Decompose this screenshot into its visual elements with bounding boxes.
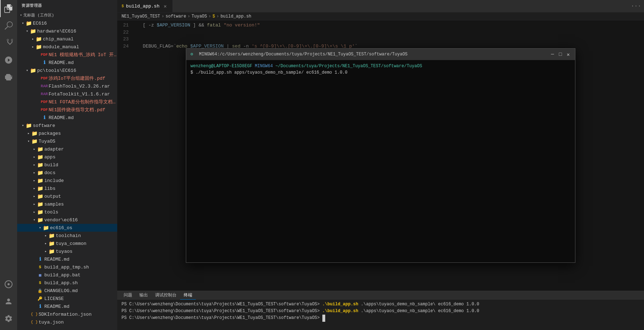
- breadcrumb-item-5: build_app.sh: [221, 14, 251, 19]
- tree-arrow: ▸: [31, 193, 37, 199]
- files-icon[interactable]: [0, 0, 17, 17]
- folder-icon: 📁: [49, 233, 54, 238]
- tree-item-tuyaos-inner[interactable]: ▸ 📁 tuyaos: [17, 247, 117, 255]
- tree-item-flashtools[interactable]: ▸ RAR FlashTools_V2.3.26.rar: [17, 82, 117, 90]
- ps-path-3: PS C:\Users\wenzheng\Documents\tuya\Proj…: [122, 315, 322, 320]
- remote-icon[interactable]: [0, 276, 17, 293]
- tab-close-button[interactable]: ✕: [162, 3, 168, 9]
- bottom-tab-output[interactable]: 输出: [136, 291, 152, 300]
- folder-icon: 📁: [49, 241, 54, 246]
- tree-item-ne1-fota[interactable]: ▸ PDF NE1 FOTA差分包制作指导文档.pdf: [17, 98, 117, 106]
- svg-point-1: [8, 283, 10, 285]
- tree-item-ec616[interactable]: ▾ 📁 EC616: [17, 19, 117, 27]
- tree-item-readme-pc[interactable]: ▸ ℹ README.md: [17, 114, 117, 122]
- folder-open-icon: 📁: [26, 20, 31, 26]
- tree-item-license[interactable]: ▸ 🔑 LICENSE: [17, 295, 117, 302]
- account-icon[interactable]: [0, 293, 17, 310]
- tree-item-software[interactable]: ▾ 📁 software: [17, 122, 117, 129]
- terminal-body[interactable]: wenzheng@LAPTOP-E15D8EGF MINGW64 ~/Docum…: [186, 60, 575, 262]
- tree-item-include[interactable]: ▸ 📁 include: [17, 177, 117, 184]
- bottom-tab-terminal[interactable]: 终端: [180, 291, 196, 300]
- terminal-title: MINGW64:/c/Users/wenzheng/Documents/tuya…: [199, 52, 550, 57]
- tree-item-hardware[interactable]: ▾ 📁 hardware\EC616: [17, 27, 117, 35]
- bat-icon: ▦: [37, 272, 43, 278]
- terminal-user: wenzheng@LAPTOP-E15D8EGF: [190, 64, 252, 69]
- source-control-icon[interactable]: [0, 34, 17, 51]
- tree-item-tuya-common[interactable]: ▸ 📁 tuya_common: [17, 240, 117, 247]
- tree-item-changelog[interactable]: ▸ 🔒 CHANGELOG.md: [17, 287, 117, 295]
- tree-item-output[interactable]: ▸ 📁 output: [17, 192, 117, 200]
- folder-icon: 📁: [37, 193, 43, 199]
- tree-item-adapter[interactable]: ▸ 📁 adapter: [17, 145, 117, 153]
- tree-item-ec616-os[interactable]: ▾ 📁 ec616_os: [17, 224, 117, 232]
- bottom-panel-tabs: 问题 输出 调试控制台 终端: [117, 291, 644, 300]
- tree-item-ne1-guijian[interactable]: ▸ PDF NE1固件烧录指导文档.pdf: [17, 106, 117, 114]
- tree-item-module-manual[interactable]: ▸ 📁 module_manual: [17, 43, 117, 51]
- tree-item-build-app-sh[interactable]: ▸ $ build_app.sh: [17, 279, 117, 287]
- tree-item-toolchain[interactable]: ▸ 📁 toolchain: [17, 232, 117, 240]
- tree-item-packages[interactable]: ▸ 📁 packages: [17, 129, 117, 137]
- folder-icon: 📁: [37, 178, 43, 183]
- tree-item-apps[interactable]: ▸ 📁 apps: [17, 153, 117, 161]
- tree-item-pc-tools[interactable]: ▾ 📁 pc\tools\EC616: [17, 67, 117, 74]
- tree-arrow: ▾: [24, 68, 30, 73]
- ps-line-2: PS C:\Users\wenzheng\Documents\tuya\Proj…: [122, 308, 640, 315]
- tree-item-docs[interactable]: ▸ 📁 docs: [17, 169, 117, 177]
- folder-open-icon: 📁: [37, 217, 43, 223]
- pdf-icon: PDF: [41, 107, 47, 113]
- info-icon: ℹ: [37, 304, 43, 309]
- terminal-maximize-button[interactable]: □: [558, 52, 563, 57]
- tree-item-tools[interactable]: ▸ 📁 tools: [17, 208, 117, 216]
- folder-icon: 📁: [37, 162, 43, 168]
- bottom-tab-debug[interactable]: 调试控制台: [152, 291, 180, 300]
- tree-item-readme-hw[interactable]: ▸ ℹ README.md: [17, 59, 117, 67]
- terminal-close-button[interactable]: ✕: [566, 52, 571, 57]
- tree-arrow: ▸: [31, 209, 37, 215]
- tree-arrow: ▸: [31, 178, 37, 183]
- tree-arrow: ▾: [20, 20, 26, 26]
- info-icon: ℹ: [37, 256, 43, 262]
- folder-open-icon: 📁: [30, 28, 36, 34]
- sidebar-tree: ▾ 📁 EC616 ▾ 📁 hardware\EC616 ▸ 📁 chip_ma…: [17, 19, 117, 330]
- tree-item-build[interactable]: ▸ 📁 build: [17, 161, 117, 169]
- info-icon: ℹ: [41, 60, 47, 65]
- json-icon: { }: [31, 311, 37, 317]
- tree-item-samples[interactable]: ▸ 📁 samples: [17, 200, 117, 208]
- run-debug-icon[interactable]: [0, 51, 17, 69]
- tree-item-ne1-pdf[interactable]: ▸ PDF NE1 模组规格书_涉鸡 IoT 开发平台固件.pdf: [17, 51, 117, 59]
- settings-icon[interactable]: [0, 310, 17, 327]
- tree-item-readme-root[interactable]: ▸ ℹ README.md: [17, 302, 117, 310]
- folder-open-icon: 📁: [26, 123, 31, 128]
- workspace-label[interactable]: ▾ 无标题 (工作区): [17, 11, 117, 19]
- breadcrumb-item-3: TuyaOS: [192, 14, 207, 19]
- tree-item-tuyaos[interactable]: ▾ 📁 TuyaOS: [17, 137, 117, 145]
- terminal-minimize-button[interactable]: ─: [550, 52, 555, 57]
- tree-arrow: ▸: [31, 162, 37, 168]
- folder-icon: 📁: [37, 209, 43, 215]
- terminal-path: ~/Documents/tuya/Projects/NE1_TuyaOS_TES…: [276, 64, 422, 69]
- tree-item-sdkinfo[interactable]: ▸ { } SDKInformation.json: [17, 310, 117, 318]
- pdf-icon: PDF: [41, 52, 47, 58]
- rar-icon: RAR: [41, 83, 47, 89]
- terminal-controls: ─ □ ✕: [550, 52, 571, 57]
- tree-item-libs[interactable]: ▸ 📁 libs: [17, 184, 117, 192]
- tree-item-build-app-bat[interactable]: ▸ ▦ build_app.bat: [17, 271, 117, 279]
- bottom-tab-problems[interactable]: 问题: [120, 291, 136, 300]
- tree-item-guijian[interactable]: ▸ PDF 涉鸡IoT平台组建固件.pdf: [17, 74, 117, 82]
- search-icon[interactable]: [0, 17, 17, 34]
- tree-item-chip-manual[interactable]: ▸ 📁 chip_manual: [17, 35, 117, 43]
- tree-item-tuya-json[interactable]: ▸ { } tuya.json: [17, 318, 117, 326]
- tab-more-button[interactable]: ···: [628, 0, 644, 12]
- ps-cmd-1: .\build_app.sh: [322, 302, 358, 307]
- tree-arrow: ▾: [37, 225, 43, 231]
- tree-item-readme-sw[interactable]: ▸ ℹ README.md: [17, 255, 117, 263]
- tab-build-app-sh[interactable]: $ build_app.sh ✕: [117, 0, 173, 12]
- tree-arrow: ▸: [43, 233, 49, 238]
- tree-item-fotatoolkit[interactable]: ▸ RAR FotaToolkit_V1.1.6.rar: [17, 90, 117, 98]
- ps-cmd-2: .\build_app.sh: [322, 309, 358, 314]
- extensions-icon[interactable]: [0, 69, 17, 86]
- tree-item-vendor-ec616[interactable]: ▾ 📁 vendor\ec616: [17, 216, 117, 224]
- ps-args-2: .\apps\tuyaos_demo_nb_sample\ ec616_demo…: [358, 309, 479, 314]
- tree-item-build-app-tmp[interactable]: ▸ $ build_app_tmp.sh: [17, 263, 117, 271]
- ps-line-1: PS C:\Users\wenzheng\Documents\tuya\Proj…: [122, 301, 640, 308]
